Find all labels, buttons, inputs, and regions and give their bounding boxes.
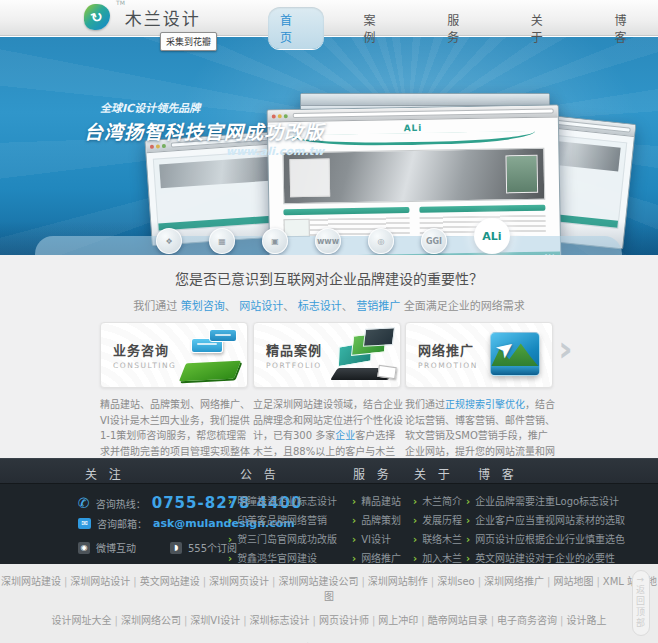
intro-links: 策划咨询、 网站设计、 标志设计、 营销推广 — [181, 300, 401, 313]
mini-hero-photo — [505, 155, 538, 194]
seo-links-row-1: 深圳网站建设|深圳网站设计|英文网站建设|深圳网页设计|深圳网站建设公司|深圳网… — [0, 573, 658, 603]
intro-link[interactable]: 标志设计 — [298, 300, 342, 313]
footer-link[interactable]: 深圳seo — [437, 576, 474, 587]
seo-links-row-2: 设计网址大全|深圳网络公司|深圳VI设计|深圳标志设计|网页设计师|网上冲印|酷… — [0, 612, 658, 627]
footer-heading-blog: 博 客 — [478, 465, 518, 482]
card-text: 业务咨询 CONSULTING — [101, 340, 177, 370]
chevron-right-icon: › — [413, 530, 417, 549]
footer-announcements-column: ›明瞳投资企业标志设计 ›印美客品牌网络营销 ›贺三门岛官网成功改版 ›贺鑫鸿华… — [228, 492, 337, 568]
separator: | — [243, 615, 246, 626]
rss-icon: ◗ — [170, 542, 182, 554]
chevron-right-icon: › — [352, 511, 356, 530]
section-subtitle: 我们通过 策划咨询、 网站设计、 标志设计、 营销推广 全面满足企业的网络需求 — [0, 297, 658, 313]
footer-announcement-link[interactable]: ›贺三门岛官网成功改版 — [228, 530, 337, 549]
nav-item-cases[interactable]: 案 例 — [352, 7, 408, 49]
back-to-top-button[interactable]: ↑返回顶部 — [632, 570, 650, 636]
client-logo-2[interactable]: ▦ — [209, 228, 235, 254]
bottom-bar: 深圳网站建设|深圳网站设计|英文网站建设|深圳网页设计|深圳网站建设公司|深圳网… — [0, 564, 658, 643]
header: ↻ TM木兰设计 首 页 案 例 服 务 关 于 博 客 — [0, 0, 658, 36]
client-logo-5[interactable]: ◎ — [368, 228, 394, 254]
mini-hero-panel — [290, 158, 331, 197]
footer-blog-column: ›企业品牌需要注重Logo标志设计 ›企业客户应当重视网站素材的选取 ›网页设计… — [466, 492, 625, 568]
footer-link[interactable]: 设计路上 — [566, 615, 606, 626]
speech-bubbles-icon — [177, 326, 245, 384]
card-consulting[interactable]: 业务咨询 CONSULTING — [100, 322, 248, 388]
card-portfolio[interactable]: 精品案例 PORTFOLIO — [253, 322, 401, 388]
chevron-right-icon: › — [466, 511, 470, 530]
footer-link[interactable]: 深圳网站设计 — [70, 576, 130, 587]
footer-blog-link[interactable]: ›网页设计应根据企业行业慎重选色 — [466, 530, 625, 549]
footer-about-link[interactable]: ›木兰简介 — [413, 492, 462, 511]
main-nav: 首 页 案 例 服 务 关 于 博 客 — [268, 7, 658, 49]
desc-link[interactable]: 企业 — [335, 430, 355, 441]
page: ↻ TM木兰设计 首 页 案 例 服 务 关 于 博 客 采集到花瓣 全球IC设… — [0, 0, 658, 643]
footer-link[interactable]: 深圳网站制作 — [368, 576, 428, 587]
card-subtitle: CONSULTING — [113, 361, 177, 370]
footer-announcement-link[interactable]: ›明瞳投资企业标志设计 — [228, 492, 337, 511]
footer-link[interactable]: 英文网站建设 — [140, 576, 200, 587]
footer-link[interactable]: 网站地图 — [553, 576, 593, 587]
client-logo-4[interactable]: www — [315, 228, 341, 254]
footer-about-link[interactable]: ›联络木兰 — [413, 530, 462, 549]
chevron-right-icon: › — [466, 492, 470, 511]
footer-link[interactable]: 深圳网络推广 — [484, 576, 544, 587]
footer-link[interactable]: 深圳网站建设公司 — [278, 576, 358, 587]
footer-service-link[interactable]: ›精品建站 — [352, 492, 401, 511]
card-promotion[interactable]: 网络推广 PROMOTION ➤ — [405, 322, 553, 388]
client-logo-ali-active[interactable]: ALi — [474, 218, 510, 254]
huaban-collect-button[interactable]: 采集到花瓣 — [160, 32, 217, 51]
banner-title: 台湾扬智科技官网成功改版 — [84, 117, 324, 144]
footer-link[interactable]: 深圳VI设计 — [190, 615, 240, 626]
footer-link[interactable]: 网上冲印 — [378, 615, 418, 626]
separator: | — [596, 576, 599, 587]
chevron-right-icon: › — [466, 530, 470, 549]
footer-link[interactable]: 酷帝网站目录 — [428, 615, 488, 626]
footer-about-link[interactable]: ›发展历程 — [413, 511, 462, 530]
hero-banner[interactable]: 全球IC设计领先品牌 台湾扬智科技官网成功改版 www.ali.com.tw A — [0, 37, 658, 255]
intro-link[interactable]: 策划咨询 — [181, 300, 225, 313]
client-logo-6[interactable]: GGI — [421, 228, 447, 254]
logo[interactable]: ↻ TM木兰设计 — [84, 4, 201, 30]
speech-bubble-shape — [209, 329, 237, 342]
card-subtitle: PORTFOLIO — [266, 361, 330, 370]
desc-link[interactable]: 正规搜索引擎优化 — [445, 399, 525, 410]
chevron-right-icon: › — [413, 511, 417, 530]
green-platform-shape — [179, 361, 241, 382]
promotion-arrow-icon: ➤ — [482, 326, 550, 384]
card-title: 业务咨询 — [113, 340, 177, 359]
footer-blog-link[interactable]: ›企业客户应当重视网站素材的选取 — [466, 511, 625, 530]
intro-link[interactable]: 网站设计 — [239, 300, 283, 313]
separator: | — [547, 576, 550, 587]
nav-item-blog[interactable]: 博 客 — [602, 7, 658, 49]
separator: | — [560, 615, 563, 626]
footer-link[interactable]: 深圳网页设计 — [209, 576, 269, 587]
footer-link[interactable]: 网页设计师 — [319, 615, 369, 626]
footer-link[interactable]: 深圳标志设计 — [250, 615, 310, 626]
footer-link[interactable]: 深圳网络公司 — [121, 615, 181, 626]
chevron-right-icon: › — [352, 492, 356, 511]
weibo-link[interactable]: 微博互动 — [96, 540, 136, 555]
intro-link[interactable]: 营销推广 — [356, 300, 400, 313]
footer-blog-link[interactable]: ›企业品牌需要注重Logo标志设计 — [466, 492, 625, 511]
water-shape — [491, 366, 539, 375]
footer-link[interactable]: 电子商务咨询 — [497, 615, 557, 626]
client-logo-carousel: ❖ ▦ ▣ www ◎ GGI ALi — [156, 218, 510, 254]
client-logo-1[interactable]: ❖ — [156, 228, 182, 254]
footer-link[interactable]: 设计网址大全 — [52, 615, 112, 626]
phone-icon: ✆ — [78, 495, 90, 511]
hotline-label: 咨询热线： — [96, 496, 146, 511]
nav-item-about[interactable]: 关 于 — [519, 7, 575, 49]
email-icon: ✉ — [78, 518, 91, 529]
footer-announcement-link[interactable]: ›印美客品牌网络营销 — [228, 511, 337, 530]
trademark-label: TM — [116, 0, 125, 6]
nav-item-services[interactable]: 服 务 — [435, 7, 491, 49]
footer-heading-services: 服 务 — [353, 465, 393, 482]
client-logo-3[interactable]: ▣ — [262, 228, 288, 254]
footer-service-link[interactable]: ›VI设计 — [352, 530, 401, 549]
chevron-right-icon: › — [413, 492, 417, 511]
nav-item-home[interactable]: 首 页 — [268, 7, 324, 49]
footer-link[interactable]: 深圳网站建设 — [1, 576, 61, 587]
footer-heading-about: 关 于 — [414, 465, 454, 482]
footer-service-link[interactable]: ›品牌策划 — [352, 511, 401, 530]
carousel-next-icon[interactable]: › — [558, 331, 573, 367]
